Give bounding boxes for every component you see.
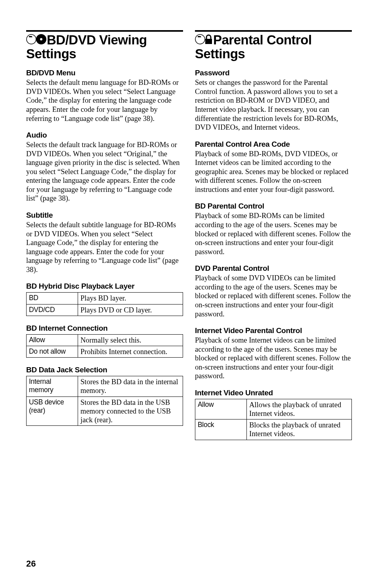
table-cell-val: Plays BD layer.: [78, 293, 183, 304]
table-row: AllowNormally select this.: [27, 334, 183, 346]
audio-heading: Audio: [26, 131, 183, 140]
iv-pc-heading: Internet Video Parental Control: [195, 326, 352, 335]
internet-heading: BD Internet Connection: [26, 324, 183, 333]
table-cell-key: Internal memory: [27, 376, 78, 396]
table-cell-val: Allows the playback of unrated Internet …: [247, 399, 352, 419]
table-cell-key: Allow: [27, 334, 78, 346]
internet-table: AllowNormally select this. Do not allowP…: [26, 334, 183, 358]
table-cell-val: Prohibits Internet connection.: [78, 346, 183, 357]
bd-pc-text: Playback of some BD-ROMs can be limited …: [195, 211, 352, 256]
left-section-title: BD/DVD Viewing Settings: [26, 33, 183, 61]
iv-unrated-heading: Internet Video Unrated: [195, 389, 352, 397]
table-cell-val: Stores the BD data in the internal memor…: [78, 376, 183, 396]
table-cell-val: Plays DVD or CD layer.: [78, 304, 183, 316]
password-text: Sets or changes the password for the Par…: [195, 78, 352, 132]
audio-text: Selects the default track language for B…: [26, 140, 183, 203]
table-cell-key: USB device (rear): [27, 396, 78, 426]
bd-dvd-menu-heading: BD/DVD Menu: [26, 69, 183, 77]
area-code-heading: Parental Control Area Code: [195, 140, 352, 149]
dvd-pc-heading: DVD Parental Control: [195, 264, 352, 273]
table-cell-key: BD: [27, 293, 78, 304]
right-section-title: Parental Control Settings: [195, 33, 352, 61]
table-row: AllowAllows the playback of unrated Inte…: [195, 399, 352, 419]
jack-table: Internal memoryStores the BD data in the…: [26, 376, 183, 426]
table-cell-val: Normally select this.: [78, 334, 183, 346]
subtitle-text: Selects the default subtitle language fo…: [26, 220, 183, 274]
hybrid-table: BDPlays BD layer. DVD/CDPlays DVD or CD …: [26, 292, 183, 316]
table-cell-val: Blocks the playback of unrated Internet …: [247, 419, 352, 440]
jack-heading: BD Data Jack Selection: [26, 366, 183, 374]
table-row: BDPlays BD layer.: [27, 293, 183, 304]
right-column: Parental Control Settings Password Sets …: [195, 30, 352, 440]
svg-point-2: [40, 38, 42, 40]
iv-pc-text: Playback of some Internet videos can be …: [195, 336, 352, 381]
table-row: Do not allowProhibits Internet connectio…: [27, 346, 183, 357]
password-heading: Password: [195, 69, 352, 77]
table-row: BlockBlocks the playback of unrated Inte…: [195, 419, 352, 440]
table-row: DVD/CDPlays DVD or CD layer.: [27, 304, 183, 316]
section-rule: [195, 30, 352, 32]
table-row: USB device (rear)Stores the BD data in t…: [27, 396, 183, 426]
left-column: BD/DVD Viewing Settings BD/DVD Menu Sele…: [26, 30, 183, 440]
two-column-layout: BD/DVD Viewing Settings BD/DVD Menu Sele…: [26, 30, 352, 440]
svg-point-3: [195, 34, 205, 44]
bd-dvd-settings-icon: [26, 33, 47, 45]
bd-pc-heading: BD Parental Control: [195, 202, 352, 211]
table-cell-key: DVD/CD: [27, 304, 78, 316]
svg-point-0: [27, 34, 36, 44]
table-cell-val: Stores the BD data in the USB memory con…: [78, 396, 183, 426]
subtitle-heading: Subtitle: [26, 211, 183, 220]
iv-unrated-table: AllowAllows the playback of unrated Inte…: [195, 399, 352, 440]
table-cell-key: Allow: [195, 399, 247, 419]
table-cell-key: Block: [195, 419, 247, 440]
section-rule: [26, 30, 183, 32]
table-cell-key: Do not allow: [27, 346, 78, 357]
dvd-pc-text: Playback of some DVD VIDEOs can be limit…: [195, 274, 352, 318]
area-code-text: Playback of some BD-ROMs, DVD VIDEOs, or…: [195, 149, 352, 194]
parental-control-icon: [195, 33, 213, 45]
hybrid-heading: BD Hybrid Disc Playback Layer: [26, 282, 183, 291]
table-row: Internal memoryStores the BD data in the…: [27, 376, 183, 396]
svg-rect-4: [205, 39, 212, 44]
bd-dvd-menu-text: Selects the default menu language for BD…: [26, 78, 183, 123]
page-number: 26: [26, 559, 36, 569]
